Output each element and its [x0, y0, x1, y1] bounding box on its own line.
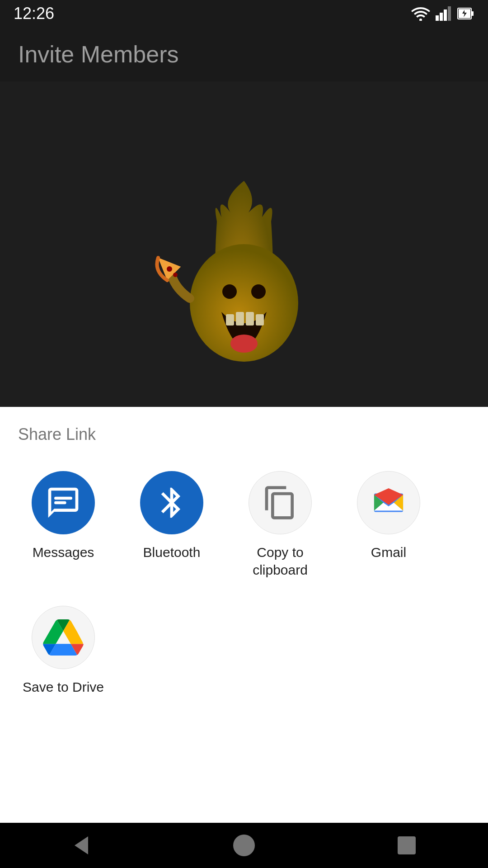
status-time: 12:26: [14, 4, 54, 23]
messages-label: Messages: [33, 543, 94, 561]
svg-point-15: [251, 284, 266, 299]
share-item-bluetooth[interactable]: Bluetooth: [127, 471, 217, 579]
signal-icon: [436, 6, 452, 21]
bluetooth-icon-circle: [140, 471, 203, 534]
app-bar: Invite Members: [0, 27, 488, 81]
back-button[interactable]: [68, 832, 95, 859]
drive-label: Save to Drive: [23, 678, 104, 696]
svg-point-18: [167, 266, 172, 272]
share-item-copy[interactable]: Copy to clipboard: [235, 471, 325, 579]
home-icon: [230, 832, 258, 859]
status-icons: [411, 6, 474, 21]
copy-label: Copy to clipboard: [235, 543, 325, 579]
share-item-messages[interactable]: Messages: [18, 471, 108, 579]
svg-rect-2: [440, 13, 443, 21]
copy-icon-circle: [249, 471, 312, 534]
svg-rect-10: [226, 314, 234, 326]
messages-icon-circle: [32, 471, 95, 534]
navigation-bar: [0, 823, 488, 868]
recents-button[interactable]: [393, 832, 420, 859]
svg-rect-21: [54, 501, 66, 505]
home-button[interactable]: [230, 832, 258, 859]
messages-icon: [45, 485, 81, 521]
back-icon: [68, 832, 95, 859]
share-item-gmail[interactable]: Gmail: [343, 471, 434, 579]
dark-background: [0, 81, 488, 407]
gmail-icon-circle: [357, 471, 420, 534]
gmail-label: Gmail: [371, 543, 406, 561]
svg-rect-24: [398, 836, 416, 854]
svg-rect-11: [236, 312, 244, 326]
svg-rect-6: [471, 11, 474, 16]
share-sheet: Share Link Messages Bluetooth: [0, 407, 488, 823]
svg-rect-13: [256, 314, 264, 326]
svg-rect-1: [436, 15, 439, 21]
share-item-drive[interactable]: Save to Drive: [18, 606, 108, 696]
svg-point-14: [222, 284, 237, 299]
bluetooth-label: Bluetooth: [143, 543, 201, 561]
svg-point-19: [173, 273, 178, 277]
svg-point-23: [233, 835, 255, 856]
share-title: Share Link: [18, 425, 470, 444]
svg-point-0: [419, 19, 422, 21]
svg-rect-20: [54, 497, 72, 500]
battery-icon: [457, 6, 474, 21]
bluetooth-icon: [154, 485, 190, 521]
page-title: Invite Members: [18, 41, 178, 68]
svg-rect-12: [246, 312, 254, 326]
wifi-icon: [411, 6, 430, 21]
share-options-grid: Messages Bluetooth Copy to clipboard: [18, 471, 470, 723]
copy-icon: [262, 485, 298, 521]
recents-icon: [393, 832, 420, 859]
svg-point-9: [230, 335, 258, 353]
mascot-image: [154, 172, 334, 353]
drive-icon: [43, 619, 84, 656]
svg-marker-22: [75, 836, 88, 854]
svg-rect-3: [444, 9, 447, 21]
svg-rect-4: [448, 6, 451, 21]
drive-icon-circle: [32, 606, 95, 669]
status-bar: 12:26: [0, 0, 488, 27]
